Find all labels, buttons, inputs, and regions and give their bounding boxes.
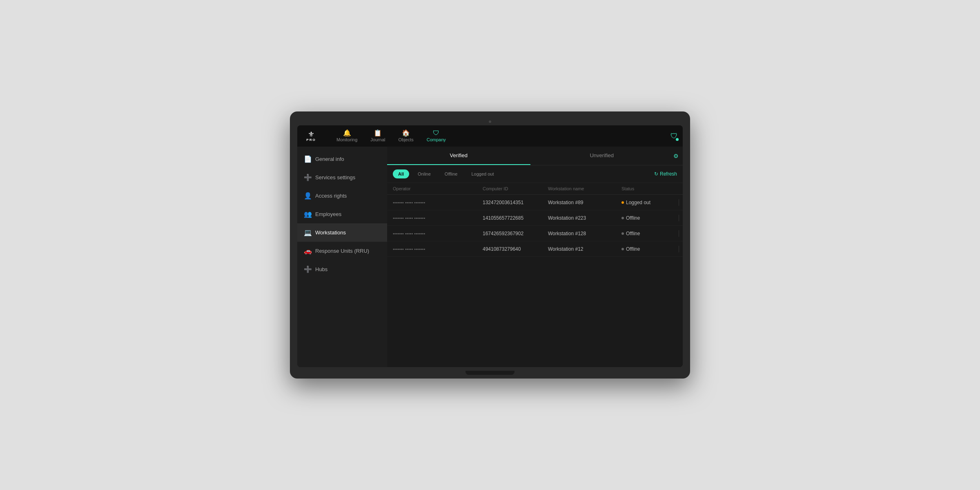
- sidebar: 📄 General info ➕ Services settings 👤 Acc…: [297, 147, 387, 367]
- computer-id-1: 141055657722685: [483, 215, 548, 221]
- access-rights-icon: 👤: [304, 192, 311, 200]
- status-dot-0: [621, 201, 624, 204]
- tabs-header: Verified Unverified ⚙: [387, 147, 683, 165]
- col-computer-id: Computer ID: [483, 186, 548, 191]
- nav-monitoring-label: Monitoring: [336, 137, 357, 142]
- status-3: Offline: [621, 246, 679, 252]
- filter-online[interactable]: Online: [412, 169, 436, 178]
- status-dot-1: [621, 217, 624, 219]
- services-settings-icon: ➕: [304, 174, 311, 181]
- computer-id-3: 49410873279640: [483, 246, 548, 252]
- nav-right: 🛡: [670, 132, 678, 140]
- nav-journal-label: Journal: [370, 137, 385, 142]
- operator-1: ••••••• ••••• •••••••: [393, 216, 483, 220]
- sidebar-item-general-info[interactable]: 📄 General info: [297, 150, 387, 168]
- nav-company[interactable]: 🛡 Company: [420, 125, 452, 147]
- computer-id-0: 132472003614351: [483, 200, 548, 205]
- operator-0: ••••••• ••••• •••••••: [393, 200, 483, 205]
- sidebar-employees-label: Employees: [315, 211, 341, 217]
- table-row: ••••••• ••••• ••••••• 132472003614351 Wo…: [387, 195, 683, 210]
- filter-row: All Online Offline Logged out ↻ Refresh: [387, 165, 683, 183]
- sidebar-item-services-settings[interactable]: ➕ Services settings: [297, 168, 387, 187]
- refresh-label: Refresh: [660, 171, 677, 177]
- hubs-icon: ➕: [304, 265, 311, 273]
- sidebar-item-employees[interactable]: 👥 Employees: [297, 205, 387, 223]
- sidebar-general-info-label: General info: [315, 156, 344, 162]
- toggle-divider-3: [679, 246, 679, 252]
- data-table: Operator Computer ID Workstation name St…: [387, 183, 683, 367]
- tab-verified[interactable]: Verified: [387, 147, 530, 165]
- toggle-cell-3: [679, 245, 683, 252]
- top-nav: ⚜ PRO 🔔 Monitoring 📋 Journal 🏠 Objects 🛡…: [297, 125, 683, 147]
- table-row: ••••••• ••••• ••••••• 141055657722685 Wo…: [387, 210, 683, 226]
- workstation-name-3: Workstation #12: [548, 246, 621, 252]
- monitoring-icon: 🔔: [343, 130, 351, 136]
- nav-logo[interactable]: ⚜ PRO: [302, 131, 320, 142]
- sidebar-item-hubs[interactable]: ➕ Hubs: [297, 260, 387, 278]
- tab-right-area: ⚙: [673, 147, 683, 165]
- computer-id-2: 167426592367902: [483, 231, 548, 236]
- nav-objects-label: Objects: [398, 137, 413, 142]
- refresh-icon: ↻: [654, 171, 658, 177]
- col-workstation-name: Workstation name: [548, 186, 621, 191]
- toggle-divider-2: [679, 230, 679, 237]
- logo-icon: ⚜: [308, 131, 314, 138]
- operator-3: ••••••• ••••• •••••••: [393, 247, 483, 252]
- sidebar-response-units-label: Response Units (RRU): [315, 248, 369, 254]
- table-header-row: Operator Computer ID Workstation name St…: [387, 183, 683, 195]
- shield-status-icon[interactable]: 🛡: [670, 132, 678, 140]
- nav-monitoring[interactable]: 🔔 Monitoring: [330, 125, 364, 147]
- filter-offline[interactable]: Offline: [439, 169, 463, 178]
- journal-icon: 📋: [374, 130, 382, 136]
- laptop-bottom: [297, 367, 683, 379]
- status-1: Offline: [621, 215, 679, 221]
- workstation-name-2: Workstation #128: [548, 231, 621, 236]
- tab-unverified[interactable]: Unverified: [530, 147, 674, 165]
- table-row: ••••••• ••••• ••••••• 49410873279640 Wor…: [387, 241, 683, 257]
- status-dot-2: [621, 232, 624, 235]
- response-units-icon: 🚗: [304, 247, 311, 255]
- operator-2: ••••••• ••••• •••••••: [393, 231, 483, 236]
- col-status: Status: [621, 186, 679, 191]
- laptop-frame: ⚜ PRO 🔔 Monitoring 📋 Journal 🏠 Objects 🛡…: [290, 111, 690, 379]
- toggle-cell-1: [679, 214, 683, 221]
- settings-gear-icon[interactable]: ⚙: [673, 153, 679, 159]
- refresh-button[interactable]: ↻ Refresh: [654, 171, 677, 177]
- toggle-divider-1: [679, 215, 679, 221]
- sidebar-services-settings-label: Services settings: [315, 174, 355, 180]
- status-label-2: Offline: [626, 231, 640, 236]
- sidebar-access-rights-label: Access rights: [315, 193, 347, 199]
- status-label-0: Logged out: [626, 200, 650, 205]
- main-layout: 📄 General info ➕ Services settings 👤 Acc…: [297, 147, 683, 367]
- status-label-3: Offline: [626, 246, 640, 252]
- toggle-divider-0: [679, 199, 679, 206]
- toggle-cell-0: [679, 199, 683, 206]
- company-icon: 🛡: [433, 130, 439, 136]
- shield-status-dot: [676, 138, 679, 141]
- webcam: [489, 120, 491, 123]
- workstation-name-1: Workstation #223: [548, 215, 621, 221]
- table-row: ••••••• ••••• ••••••• 167426592367902 Wo…: [387, 226, 683, 241]
- pro-label: PRO: [306, 138, 316, 142]
- nav-journal[interactable]: 📋 Journal: [364, 125, 392, 147]
- content-area: Verified Unverified ⚙ All Online Offline…: [387, 147, 683, 367]
- sidebar-item-workstations[interactable]: 💻 Workstations: [297, 223, 387, 242]
- employees-icon: 👥: [304, 210, 311, 218]
- status-dot-3: [621, 248, 624, 250]
- filter-all[interactable]: All: [393, 169, 409, 178]
- sidebar-hubs-label: Hubs: [315, 266, 327, 272]
- nav-objects[interactable]: 🏠 Objects: [392, 125, 420, 147]
- status-0: Logged out: [621, 200, 679, 205]
- sidebar-item-access-rights[interactable]: 👤 Access rights: [297, 187, 387, 205]
- objects-icon: 🏠: [402, 130, 410, 136]
- workstation-name-0: Workstation #89: [548, 200, 621, 205]
- sidebar-item-response-units[interactable]: 🚗 Response Units (RRU): [297, 242, 387, 260]
- laptop-screen: ⚜ PRO 🔔 Monitoring 📋 Journal 🏠 Objects 🛡…: [297, 125, 683, 367]
- status-label-1: Offline: [626, 215, 640, 221]
- status-2: Offline: [621, 231, 679, 236]
- toggle-cell-2: [679, 230, 683, 237]
- workstations-icon: 💻: [304, 229, 311, 236]
- nav-company-label: Company: [427, 137, 446, 142]
- general-info-icon: 📄: [304, 155, 311, 163]
- filter-logged-out[interactable]: Logged out: [466, 169, 499, 178]
